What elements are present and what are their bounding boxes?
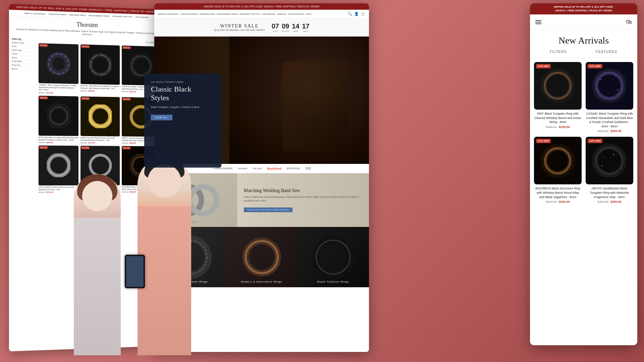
category-tungsten[interactable]: Classic Tungsten Rings [154, 227, 226, 287]
cart-icon[interactable]: 🛒 [361, 12, 366, 16]
category-modern[interactable]: Modern & Alternative Rings [226, 227, 297, 287]
timer-hours: 09 HOURS [282, 22, 289, 32]
middle-nav-designed[interactable]: DESIGNED FOR YOU [240, 13, 260, 15]
middle-nav-bar: WINTER CLEARANCE TUNGSTEN RINGS WEDDING … [154, 10, 369, 18]
mobile-discount-abyss: 17% OFF [588, 139, 602, 143]
mobile-product-cosmic[interactable]: 17% OFF COSMIC Black Tungsten Ring with … [586, 62, 633, 133]
svg-point-35 [617, 89, 619, 91]
left-products-col: 777 PRODUCTS 17% OFF COSMIC - Black Tung… [39, 37, 160, 195]
svg-point-10 [90, 106, 110, 127]
svg-point-42 [603, 156, 603, 157]
left-price-row-1: $360.00 $179.99 [39, 92, 78, 94]
mobile-ring-img-cosmic [586, 62, 633, 110]
left-price-row-2: $360.00 $199.99 [80, 90, 120, 93]
account-icon[interactable]: 👤 [354, 12, 359, 16]
left-product-7[interactable]: 13% OFF HALO SILVER Titanium Ring with G… [39, 145, 78, 193]
left-product-1[interactable]: 17% OFF COSMIC - Black Tungsten Ring wit… [39, 43, 78, 94]
timer-mins: 14 MINS [292, 22, 299, 32]
left-product-2[interactable]: 13% OFF PATHOS - Black Percented Wedding… [80, 45, 120, 95]
wedding-rings-image: Engraved [154, 173, 237, 227]
filters-button[interactable]: FILTERS [550, 50, 567, 54]
left-nav-item-lab[interactable]: LAB DIAMOND [135, 16, 148, 18]
category-titanium-label: Black Titanium Rings [298, 280, 369, 283]
left-ring-img-7 [47, 154, 70, 177]
timer-days: 07 DAYS [272, 22, 279, 32]
left-product-name-1: COSMIC - Black Tungsten Ring with Crushe… [39, 84, 78, 92]
left-product-5[interactable]: 13% OFF MASE Flat Gold Plated Titanium R… [80, 96, 120, 144]
mobile-nav-bar: 🛍 [530, 14, 637, 30]
category-tungsten-label: Classic Tungsten Rings [154, 280, 226, 283]
svg-point-24 [246, 241, 278, 273]
left-discount-3: 13% OFF [122, 46, 131, 49]
logo-theknot: the knot [253, 167, 262, 170]
middle-nav-education[interactable]: EDUCATION/FAQ [288, 13, 305, 15]
mobile-discount-riff: 17% OFF [536, 64, 551, 68]
middle-nav-lab[interactable]: LAB DIAMOND [262, 13, 275, 15]
left-ring-img-4 [47, 104, 70, 128]
logo-mulbread: MULBREAD [287, 167, 300, 170]
middle-panel-main: WINTER SALE UP TO 50% OFF & 10% OFF CODE… [154, 3, 369, 352]
mobile-products-grid: 17% OFF RIFF Black Tungsten Ring with Ch… [530, 58, 637, 207]
left-discount-8: 17% OFF [81, 146, 90, 149]
svg-point-33 [600, 79, 602, 80]
wedding-cta-button[interactable]: TAKE 25% OFF MATCHING BANDS [244, 207, 292, 212]
left-product-8[interactable]: 17% OFF NANO SILVER Grooved Titanium Rin… [80, 146, 120, 193]
filter-brand[interactable]: Brand › [12, 67, 36, 71]
left-nav-item-clearance[interactable]: NEW TO CLEARANCE [24, 12, 46, 15]
svg-point-31 [596, 72, 623, 99]
abyss-ring-svg [593, 144, 626, 177]
mobile-price-abyss: $480.00 $399.99 [586, 200, 633, 203]
left-product-4[interactable]: 13% OFF INTRO Blue-Black Tungsten Meteor… [39, 96, 78, 144]
svg-point-8 [50, 107, 67, 125]
svg-point-27 [544, 72, 572, 100]
classic-panel-title: Classic BlackStyles [151, 85, 215, 103]
category-modern-img [226, 227, 297, 287]
bourbon-ring-svg [541, 144, 574, 177]
svg-point-6 [131, 56, 151, 76]
category-titanium[interactable]: Black Titanium Rings [298, 227, 369, 287]
logo-gq: GQ [306, 167, 311, 170]
category-tungsten-img [154, 227, 226, 287]
mobile-product-riff[interactable]: 17% OFF RIFF Black Tungsten Ring with Ch… [534, 62, 582, 133]
mobile-discount-cosmic: 17% OFF [588, 64, 602, 68]
left-discount-2: 13% OFF [81, 45, 90, 48]
hamburger-menu-button[interactable] [535, 20, 541, 24]
left-nav-item-tungsten[interactable]: TUNGSTEN RINGS [48, 13, 66, 16]
mobile-price-cosmic: $360.00 $299.99 [586, 129, 633, 133]
left-nav-item-wedding[interactable]: WEDDING RINGS [69, 14, 86, 16]
mobile-product-bourbon[interactable]: 17% OFF BOURBON Black Zirconium Ring wit… [534, 137, 582, 203]
left-nav-item-engagement[interactable]: ENGAGEMENT RINGS [89, 14, 110, 17]
middle-nav-engagement[interactable]: ENGAGEMENT RINGS [217, 13, 238, 15]
left-product-name-2: PATHOS - Black Percented Wedding Tungste… [80, 85, 120, 90]
mobile-name-abyss: ABYSS Sandblasted Black Tungsten Ring wi… [586, 186, 633, 199]
mobile-ring-img-bourbon [534, 137, 582, 184]
middle-nav-clearance[interactable]: WINTER CLEARANCE [158, 13, 178, 15]
left-discount-7: 13% OFF [39, 146, 48, 149]
right-top-banner: WINTER SALE UP TO 50% OFF & 10% OFF CODE… [530, 3, 637, 14]
svg-point-44 [615, 165, 616, 165]
middle-nav-tungsten[interactable]: TUNGSTEN RINGS [180, 13, 198, 15]
middle-nav-wedding[interactable]: WEDDING RING [200, 13, 215, 15]
mobile-name-cosmic: COSMIC Black Tungsten Ring with Crushed … [586, 112, 633, 128]
svg-point-14 [90, 155, 110, 176]
right-panel-mobile: WINTER SALE UP TO 50% OFF & 10% OFF CODE… [530, 3, 637, 345]
mobile-price-bourbon: $640.00 $529.99 [534, 200, 582, 203]
wedding-description: Unity in matrimony. Add wedding bands. S… [244, 195, 362, 202]
classic-panel-button[interactable]: VIEW ALL [151, 115, 172, 120]
left-product-name-4: INTRO Blue-Black Tungsten Meteorite Ring… [39, 136, 78, 141]
left-nav-item-designed[interactable]: DESIGNED FOR YOU [112, 15, 132, 18]
middle-nav-jewelry[interactable]: JEWELRY [277, 13, 286, 15]
mobile-ring-img-abyss [586, 137, 633, 184]
left-discount-4: 13% OFF [39, 96, 48, 99]
mobile-cart-button[interactable]: 🛍 [626, 18, 632, 25]
logo-buzzfeed: BuzzFeed [267, 167, 281, 170]
svg-point-28 [545, 73, 571, 99]
search-icon[interactable]: 🔍 [347, 12, 352, 16]
featured-button[interactable]: FEATURED [596, 50, 618, 54]
middle-nav-help[interactable]: HELP [306, 13, 312, 15]
classic-panel-desc: Black Tungsten, Tungsten, Ceramic & More [151, 105, 215, 109]
left-price-row-5: $300.00 $179.99 [80, 142, 120, 144]
left-ring-img-5 [89, 104, 112, 128]
svg-point-25 [316, 239, 351, 275]
mobile-product-abyss[interactable]: 17% OFF ABYSS Sandblasted Black Tungsten… [586, 137, 633, 203]
